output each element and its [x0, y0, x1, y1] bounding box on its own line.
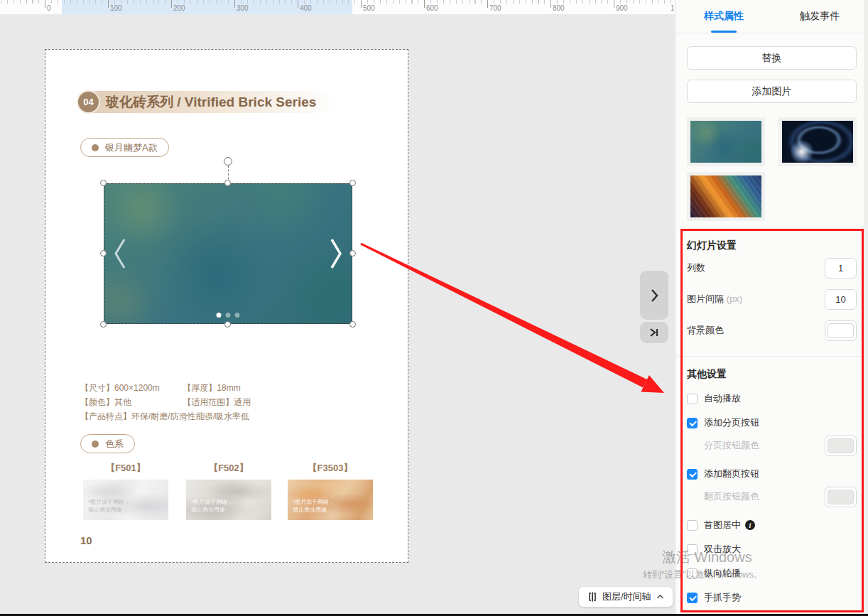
layers-timeline-button[interactable]: 图层/时间轴 — [579, 587, 673, 607]
resize-handle-n[interactable] — [224, 180, 231, 186]
thumbnail-card[interactable] — [687, 172, 765, 221]
swatch-label: 【F501】 — [83, 462, 168, 475]
horizontal-ruler: 01002003004005006007008009001 — [0, 0, 675, 14]
thumbnail-space-image[interactable] — [782, 121, 853, 163]
editor-window: 01002003004005006007008009001 04 玻化砖系列 /… — [0, 0, 868, 616]
swatch-label: 【F3503】 — [288, 462, 373, 475]
next-page-button[interactable] — [640, 271, 668, 320]
swatch-image-f502[interactable]: *图片源于网络，禁止商业用途 — [186, 480, 271, 520]
background-color-swatch[interactable] — [825, 320, 857, 341]
pill-dot-icon — [92, 144, 99, 151]
color-series-pill[interactable]: 色系 — [80, 434, 135, 453]
swatch-image-f3503[interactable]: *图片源于网络，禁止商业用途 — [288, 480, 373, 520]
section-divider — [676, 356, 868, 357]
ruler-label: 0 — [47, 4, 51, 12]
image-watermark: *图片源于网络，禁止商业用途 — [293, 498, 335, 514]
resize-handle-s[interactable] — [224, 321, 231, 328]
pagination-checkbox[interactable] — [687, 418, 698, 428]
spec-range: 【适用范围】通用 — [183, 397, 251, 407]
add-image-button[interactable]: 添加图片 — [687, 80, 857, 103]
thumbnail-card[interactable] — [687, 117, 765, 166]
flip-color-label: 翻页按钮颜色 — [704, 490, 759, 503]
panel-body: 替换 添加图片 幻灯片设置 列数 1 图片间隔 (px) 10 背景颜色 — [676, 46, 868, 616]
double-zoom-checkbox[interactable] — [687, 544, 698, 555]
columns-input[interactable]: 1 — [825, 258, 857, 279]
vertical-carousel-checkbox[interactable] — [687, 568, 698, 579]
rotation-handle[interactable] — [224, 157, 232, 166]
spec-row-1[interactable]: 【尺寸】600×1200m 【厚度】18mm — [80, 382, 241, 394]
pagination-button-row: 添加分页按钮 — [687, 416, 857, 429]
carousel-next-icon[interactable] — [327, 235, 345, 272]
section-title-banner[interactable]: 04 玻化砖系列 / Vitrified Brick Series — [77, 91, 356, 113]
ruler-label: 900 — [616, 4, 628, 12]
pagination-dot[interactable] — [235, 313, 240, 318]
carousel-prev-icon[interactable] — [111, 235, 129, 272]
resize-handle-sw[interactable] — [100, 321, 107, 328]
vertical-carousel-row: 纵向轮播 — [687, 567, 857, 580]
ruler-label: 600 — [426, 4, 438, 12]
pagination-color-label: 分页按钮颜色 — [704, 439, 759, 452]
panel-tabs: 样式属性 触发事件 — [676, 0, 868, 33]
spec-row-2[interactable]: 【颜色】其他 【适用范围】通用 — [80, 396, 251, 409]
spec-row-3[interactable]: 【产品特点】环保/耐磨/防滑性能强/吸水率低 — [80, 411, 249, 423]
grab-gesture-checkbox[interactable] — [687, 593, 698, 603]
chevron-right-icon — [649, 287, 660, 304]
gap-unit: (px) — [727, 293, 742, 304]
image-gap-input[interactable]: 10 — [825, 289, 857, 310]
tab-style-properties[interactable]: 样式属性 — [676, 0, 772, 33]
tab-label: 样式属性 — [704, 10, 744, 23]
columns-label: 列数 — [687, 261, 705, 274]
selection-outline — [104, 183, 352, 324]
artboard-page[interactable]: 04 玻化砖系列 / Vitrified Brick Series 银月幽梦A款 — [45, 49, 408, 563]
layers-timeline-icon — [587, 592, 597, 602]
replace-button[interactable]: 替换 — [687, 46, 857, 70]
thumbnail-teal-image[interactable] — [690, 121, 761, 163]
ruler-ticks — [0, 0, 675, 14]
resize-handle-nw[interactable] — [100, 180, 107, 186]
resize-handle-e[interactable] — [349, 250, 356, 256]
image-watermark: *图片源于网络，禁止商业用途 — [191, 498, 233, 514]
ruler-label: 200 — [173, 4, 185, 12]
autoplay-label: 自动播放 — [704, 392, 741, 405]
double-zoom-label: 双击放大 — [704, 543, 741, 556]
ruler-label: 100 — [110, 4, 122, 12]
slide-settings-title: 幻灯片设置 — [687, 239, 857, 252]
thumbnail-card[interactable] — [779, 117, 857, 166]
section-title-text: 玻化砖系列 / Vitrified Brick Series — [106, 91, 316, 113]
autoplay-checkbox[interactable] — [687, 394, 698, 404]
layers-timeline-label: 图层/时间轴 — [602, 590, 651, 603]
image-watermark: *图片源于网络，禁止商业用途 — [88, 498, 130, 514]
flip-checkbox[interactable] — [687, 469, 698, 480]
double-zoom-row: 双击放大 — [687, 543, 857, 556]
resize-handle-w[interactable] — [100, 250, 107, 256]
section-number-badge: 04 — [78, 92, 99, 112]
carousel-element[interactable] — [104, 183, 352, 324]
pagination-color-swatch[interactable] — [825, 436, 857, 456]
first-center-checkbox[interactable] — [687, 520, 698, 531]
vertical-carousel-label: 纵向轮播 — [704, 567, 741, 580]
ruler-label: 500 — [363, 4, 375, 12]
carousel-pagination-dots[interactable] — [217, 313, 240, 318]
spec-color: 【颜色】其他 — [80, 396, 180, 409]
flip-color-swatch[interactable] — [825, 487, 857, 507]
thumbnail-streak-image[interactable] — [690, 175, 761, 217]
properties-panel: 样式属性 触发事件 替换 添加图片 幻灯片设置 列数 1 图片间隔 — [675, 0, 868, 616]
series-name-pill[interactable]: 银月幽梦A款 — [80, 138, 169, 157]
resize-handle-se[interactable] — [349, 321, 356, 328]
pagination-dot[interactable] — [226, 313, 231, 318]
ruler-label: 400 — [300, 4, 312, 12]
image-thumbnail-list — [687, 117, 857, 221]
first-center-label: 首图居中 — [704, 519, 741, 531]
swatch-image-f501[interactable]: *图片源于网络，禁止商业用途 — [83, 480, 168, 520]
resize-handle-ne[interactable] — [349, 180, 356, 186]
info-icon[interactable]: i — [745, 520, 755, 530]
first-center-row: 首图居中 i — [687, 519, 857, 531]
ruler-label: 1 — [671, 4, 675, 12]
grab-gesture-row: 手抓手势 — [687, 591, 857, 604]
last-page-button[interactable] — [640, 322, 668, 343]
spec-size: 【尺寸】600×1200m — [80, 382, 180, 394]
spec-thickness: 【厚度】18mm — [183, 383, 240, 393]
pagination-dot-active[interactable] — [217, 313, 222, 318]
tab-trigger-events[interactable]: 触发事件 — [772, 0, 868, 33]
flip-label: 添加翻页按钮 — [704, 468, 759, 480]
